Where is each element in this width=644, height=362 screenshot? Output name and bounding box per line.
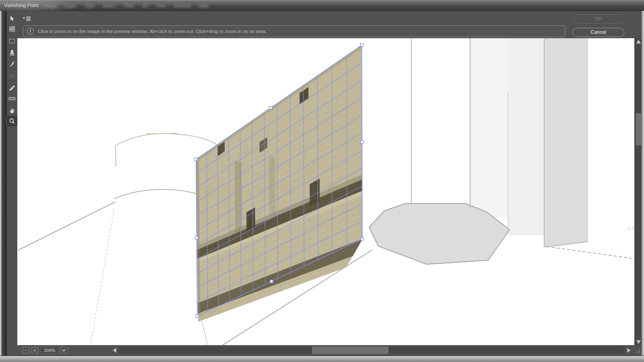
tool-edit-plane[interactable] xyxy=(6,13,17,24)
plane-handle[interactable] xyxy=(361,44,363,47)
toolbar-separator xyxy=(7,82,16,82)
toolbar-separator xyxy=(7,104,16,105)
chevron-down-icon xyxy=(62,349,66,352)
info-bar: i Click to zoom-in on the image in the p… xyxy=(23,25,566,37)
blurred-menubar: Image Layer Type Select Filter 3D View W… xyxy=(43,0,208,11)
horizontal-scroll-thumb[interactable] xyxy=(312,347,388,354)
window-border-bottom xyxy=(0,356,644,362)
preview-canvas[interactable] xyxy=(17,38,634,345)
menu-item: Image xyxy=(43,3,57,9)
vanishing-point-dialog: Image Layer Type Select Filter 3D View W… xyxy=(0,0,644,362)
cancel-button[interactable]: Cancel xyxy=(572,28,624,37)
tool-eyedropper[interactable] xyxy=(6,83,17,93)
plane-handle[interactable] xyxy=(195,158,198,161)
scroll-right-arrow-icon[interactable] xyxy=(625,347,632,354)
window-border-right xyxy=(642,11,644,356)
horizontal-scrollbar[interactable] xyxy=(119,347,624,354)
preview-window[interactable] xyxy=(17,38,634,345)
tool-stamp[interactable] xyxy=(6,48,17,58)
toolbar-separator xyxy=(7,47,16,47)
menu-item: View xyxy=(156,3,166,9)
vertical-scrollbar[interactable] xyxy=(635,38,642,345)
tool-hand[interactable] xyxy=(6,105,17,116)
status-bar: − + 200% xyxy=(7,345,642,356)
menu-item: 3D xyxy=(142,3,148,9)
tool-brush[interactable] xyxy=(6,59,17,69)
ok-button[interactable]: OK xyxy=(572,14,624,24)
plane-handle[interactable] xyxy=(196,315,199,318)
tool-marquee[interactable] xyxy=(6,36,17,46)
menu-item: Layer xyxy=(64,3,76,9)
menu-item: Type xyxy=(84,3,95,9)
zoom-level-field[interactable]: 200% xyxy=(40,347,59,354)
plane-handle[interactable] xyxy=(195,237,198,239)
menu-item: Window xyxy=(174,3,191,9)
window-title: Vanishing Point xyxy=(4,0,39,11)
tool-transform[interactable] xyxy=(6,71,17,81)
info-icon: i xyxy=(27,28,34,35)
zoom-out-button[interactable]: − xyxy=(23,347,29,354)
plane-handle[interactable] xyxy=(361,238,364,241)
toolbar-separator xyxy=(7,70,16,70)
titlebar[interactable]: Image Layer Type Select Filter 3D View W… xyxy=(0,0,644,11)
settings-menu-icon[interactable] xyxy=(23,16,31,21)
info-text: Click to zoom-in on the image in the pre… xyxy=(38,29,267,34)
toolbar-separator xyxy=(7,35,16,35)
tool-create-plane[interactable] xyxy=(6,24,17,34)
scroll-down-arrow-icon[interactable] xyxy=(635,339,642,345)
scroll-left-arrow-icon[interactable] xyxy=(111,347,118,354)
menu-item: Help xyxy=(198,3,208,9)
scroll-up-arrow-icon[interactable] xyxy=(635,38,642,45)
resize-grip-icon[interactable] xyxy=(635,345,642,356)
vertical-scroll-thumb[interactable] xyxy=(636,113,641,145)
tool-measure[interactable] xyxy=(6,93,17,104)
zoom-in-button[interactable]: + xyxy=(31,347,38,354)
plane-texture xyxy=(194,43,364,323)
plane-handle[interactable] xyxy=(270,280,273,283)
menu-item: Select xyxy=(102,3,116,9)
plane-handle[interactable] xyxy=(269,107,272,109)
plane-handle[interactable] xyxy=(361,141,363,144)
zoom-dropdown-button[interactable] xyxy=(60,347,68,354)
tool-zoom[interactable] xyxy=(6,116,17,126)
menu-item: Filter xyxy=(124,3,134,9)
